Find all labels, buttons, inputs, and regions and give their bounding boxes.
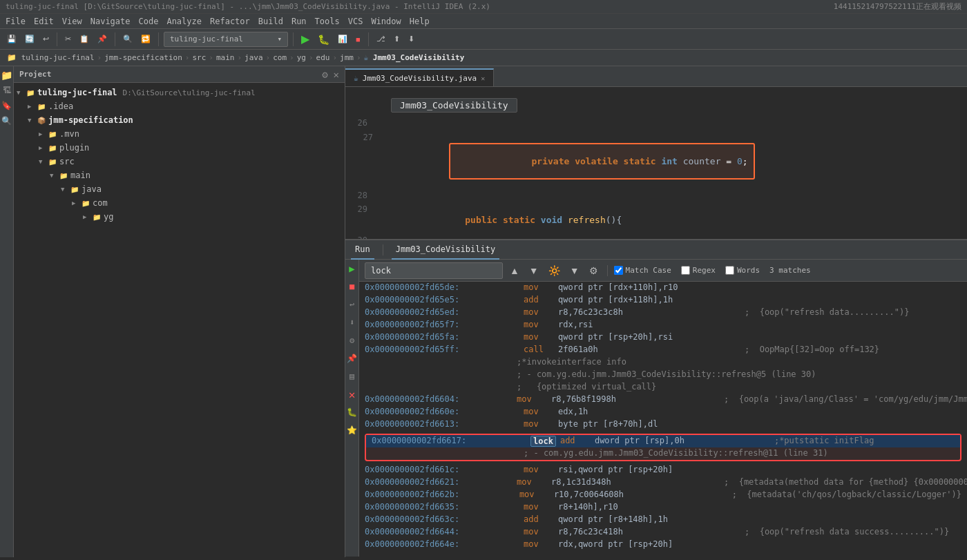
- toolbar-sync[interactable]: 🔄: [22, 33, 37, 45]
- menu-navigate[interactable]: Navigate: [90, 17, 131, 26]
- side-project-icon[interactable]: 📁: [1, 69, 13, 81]
- expand-idea[interactable]: ▶: [28, 103, 36, 110]
- panel-close[interactable]: ✕: [334, 69, 339, 80]
- tree-com[interactable]: ▶ 📁 com: [14, 196, 345, 210]
- bc-module[interactable]: jmm-specification: [102, 53, 185, 62]
- tree-mvn[interactable]: ▶ 📁 .mvn: [14, 127, 345, 141]
- tree-jmm-spec[interactable]: ▼ 📦 jmm-specification: [14, 113, 345, 127]
- toolbar-cut[interactable]: ✂: [62, 33, 74, 45]
- menu-tools[interactable]: Tools: [315, 17, 340, 26]
- search-input[interactable]: [365, 262, 503, 279]
- tree-idea[interactable]: ▶ 📁 .idea: [14, 99, 345, 113]
- toolbar-profile[interactable]: 📊: [335, 33, 350, 45]
- tree-root[interactable]: ▼ 📁 tuling-juc-final D:\GitSource\tuling…: [14, 86, 345, 99]
- regex-checkbox[interactable]: [681, 266, 690, 275]
- star-icon[interactable]: ⭐: [346, 424, 358, 436]
- code-editor[interactable]: Jmm03_CodeVisibility 26 27 private volat…: [345, 87, 967, 239]
- tree-root-label[interactable]: tuling-juc-final: [37, 88, 117, 97]
- tab-run[interactable]: Run: [351, 240, 374, 260]
- toolbar-save[interactable]: 💾: [4, 33, 19, 45]
- expand-java[interactable]: ▼: [61, 186, 69, 193]
- toolbar-stop[interactable]: ■: [353, 34, 363, 45]
- tab-close[interactable]: ✕: [481, 75, 485, 82]
- menu-run[interactable]: Run: [291, 17, 307, 26]
- tree-src-label[interactable]: src: [59, 157, 75, 166]
- expand-plugin[interactable]: ▶: [39, 144, 47, 151]
- tree-yg[interactable]: ▶ 📁 yg: [14, 210, 345, 224]
- disasm-area[interactable]: 0x0000000002fd65de: mov qword ptr [rdx+1…: [359, 282, 967, 557]
- expand-mvn[interactable]: ▶: [39, 131, 47, 137]
- tree-com-label[interactable]: com: [93, 198, 108, 208]
- bc-src[interactable]: src: [189, 53, 209, 62]
- expand-com[interactable]: ▶: [72, 200, 80, 206]
- filter-icon[interactable]: ✕: [346, 388, 358, 400]
- rerun-icon[interactable]: ↩: [346, 298, 358, 311]
- layout-icon[interactable]: ▤: [346, 370, 358, 383]
- menu-analyze[interactable]: Analyze: [166, 17, 202, 26]
- toolbar-copy[interactable]: 📋: [77, 33, 92, 45]
- bc-class[interactable]: ☕ Jmm03_CodeVisibility: [361, 53, 468, 62]
- bc-jmm[interactable]: jmm: [337, 53, 356, 62]
- expand-root[interactable]: ▼: [17, 89, 25, 96]
- stop-icon[interactable]: ■: [346, 280, 358, 293]
- toolbar-run[interactable]: ▶: [298, 31, 312, 47]
- run-icon[interactable]: ▶: [346, 262, 358, 275]
- menu-view[interactable]: View: [62, 17, 82, 26]
- tree-jmm-label[interactable]: jmm-specification: [48, 115, 133, 125]
- toolbar-debug[interactable]: 🐛: [315, 32, 332, 46]
- tree-plugin[interactable]: ▶ 📁 plugin: [14, 141, 345, 155]
- bc-java[interactable]: java: [242, 53, 266, 62]
- menu-edit[interactable]: Edit: [34, 17, 54, 26]
- toolbar-undo[interactable]: ↩: [40, 33, 52, 45]
- regex-option[interactable]: Regex: [681, 266, 716, 275]
- side-bookmark-icon[interactable]: 🔖: [1, 99, 13, 112]
- bc-edu[interactable]: edu: [314, 53, 333, 62]
- menu-file[interactable]: File: [6, 17, 26, 26]
- bc-yg[interactable]: yg: [294, 53, 309, 62]
- panel-settings[interactable]: ⚙: [322, 69, 327, 80]
- project-tree[interactable]: ▼ 📁 tuling-juc-final D:\GitSource\tuling…: [14, 83, 345, 557]
- search-highlight-btn[interactable]: 🔆: [546, 264, 563, 278]
- search-settings-btn[interactable]: ⚙: [586, 264, 601, 278]
- toolbar-replace[interactable]: 🔁: [138, 33, 153, 45]
- menu-refactor[interactable]: Refactor: [210, 17, 250, 26]
- bc-project[interactable]: 📁 tuling-juc-final: [4, 53, 97, 62]
- toolbar-push[interactable]: ⬆: [391, 33, 403, 45]
- side-structure-icon[interactable]: 🏗: [1, 84, 13, 97]
- menu-code[interactable]: Code: [139, 17, 159, 26]
- words-checkbox[interactable]: [725, 266, 734, 275]
- bc-com[interactable]: com: [270, 53, 289, 62]
- tree-mvn-label[interactable]: .mvn: [59, 129, 79, 139]
- debug-icon[interactable]: 🐛: [346, 406, 358, 418]
- toolbar-vcs[interactable]: ⎇: [374, 33, 388, 45]
- tree-java-label[interactable]: java: [82, 184, 102, 194]
- settings-icon[interactable]: ⚙: [346, 334, 358, 347]
- search-filter-btn[interactable]: ▼: [567, 264, 582, 278]
- toolbar-find[interactable]: 🔍: [120, 33, 135, 45]
- expand-src[interactable]: ▼: [39, 158, 47, 165]
- tree-plugin-label[interactable]: plugin: [59, 143, 89, 153]
- menu-build[interactable]: Build: [258, 17, 283, 26]
- match-case-checkbox[interactable]: [614, 266, 623, 275]
- tree-src[interactable]: ▼ 📁 src: [14, 155, 345, 168]
- search-prev-btn[interactable]: ▲: [507, 264, 522, 278]
- tree-java[interactable]: ▼ 📁 java: [14, 182, 345, 196]
- toolbar-pull[interactable]: ⬇: [405, 33, 417, 45]
- menu-help[interactable]: Help: [410, 17, 430, 26]
- pin-icon[interactable]: 📌: [346, 352, 358, 365]
- tree-main[interactable]: ▼ 📁 main: [14, 168, 345, 182]
- tab-class[interactable]: Jmm03_CodeVisibility: [392, 240, 500, 260]
- expand-main[interactable]: ▼: [50, 172, 58, 179]
- menu-vcs[interactable]: VCS: [348, 17, 363, 26]
- scroll-end-icon[interactable]: ⬇: [346, 316, 358, 329]
- menu-window[interactable]: Window: [371, 17, 401, 26]
- expand-jmm-spec[interactable]: ▼: [28, 117, 36, 124]
- project-selector[interactable]: tuling-juc-final ▾: [164, 32, 288, 47]
- tree-idea-label[interactable]: .idea: [48, 102, 73, 111]
- expand-yg[interactable]: ▶: [83, 213, 91, 220]
- words-option[interactable]: Words: [725, 266, 760, 275]
- toolbar-paste[interactable]: 📌: [95, 33, 110, 45]
- tab-code-visibility[interactable]: ☕ Jmm03_CodeVisibility.java ✕: [345, 68, 494, 86]
- bc-main[interactable]: main: [213, 53, 238, 62]
- side-search-icon[interactable]: 🔍: [1, 115, 13, 127]
